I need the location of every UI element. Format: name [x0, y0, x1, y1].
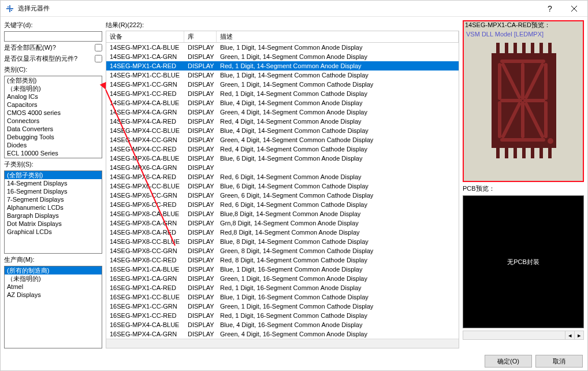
grid-header[interactable]: 设备 库 描述 [106, 31, 459, 43]
cell-description: Green, 4 Digit, 14-Segment Common Cathod… [217, 136, 459, 144]
list-item[interactable]: (全部子类别) [5, 171, 102, 179]
cell-device: 16SEG-MPX1-CC-RED [106, 311, 184, 320]
table-row[interactable]: 14SEG-MPX6-CC-REDDISPLAYRed, 6 Digit, 14… [106, 200, 459, 209]
cell-device: 14SEG-MPX4-CC-GRN [106, 136, 184, 144]
table-row[interactable]: 16SEG-MPX1-CA-GRNDISPLAYGreen, 1 Digit, … [106, 274, 459, 283]
cell-description: Blue, 4 Digit, 14-Segment Common Anode D… [217, 99, 459, 107]
list-item[interactable]: (全部类别) [5, 76, 102, 84]
table-row[interactable]: 14SEG-MPX6-CC-GRNDISPLAYGreen, 6 Digit, … [106, 191, 459, 200]
table-row[interactable]: 16SEG-MPX1-CC-BLUEDISPLAYBlue, 1 Digit, … [106, 292, 459, 302]
col-description[interactable]: 描述 [217, 31, 459, 42]
cell-device: 14SEG-MPX1-CC-RED [106, 90, 184, 98]
table-row[interactable]: 14SEG-MPX1-CC-REDDISPLAYRed, 1 Digit, 14… [106, 89, 459, 98]
table-row[interactable]: 14SEG-MPX6-CA-GRNDISPLAY [106, 163, 459, 172]
cell-library: DISPLAY [184, 274, 217, 283]
preview-scroll-right[interactable]: ▸ [574, 331, 583, 339]
table-row[interactable]: 14SEG-MPX6-CA-BLUEDISPLAYBlue, 6 Digit, … [106, 154, 459, 163]
list-item[interactable]: Alphanumeric LCDs [5, 203, 102, 212]
cell-description: Green, 8 Digit, 14-Segment Common Cathod… [217, 247, 459, 255]
preview-scroll-left[interactable]: ◂ [565, 331, 574, 339]
table-row[interactable]: 14SEG-MPX4-CA-BLUEDISPLAYBlue, 4 Digit, … [106, 98, 459, 107]
cell-description: Blue, 1 Digit, 14-Segment Common Cathode… [217, 71, 459, 79]
pcb-preview: 无PCB封装 [463, 195, 584, 328]
list-item[interactable]: Debugging Tools [5, 133, 102, 141]
table-row[interactable]: 14SEG-MPX8-CC-GRNDISPLAYGreen, 8 Digit, … [106, 246, 459, 255]
table-row[interactable]: 14SEG-MPX6-CA-REDDISPLAYRed, 6 Digit, 14… [106, 172, 459, 181]
list-item[interactable]: AZ Displays [5, 291, 102, 299]
table-row[interactable]: 14SEG-MPX8-CC-REDDISPLAYRed, 8 Digit, 14… [106, 255, 459, 265]
table-row[interactable]: 14SEG-MPX4-CA-GRNDISPLAYGreen, 4 Digit, … [106, 107, 459, 117]
list-item[interactable]: Electromechanical [5, 157, 102, 158]
cell-library: DISPLAY [184, 173, 217, 181]
table-row[interactable]: 16SEG-MPX1-CA-BLUEDISPLAYBlue, 1 Digit, … [106, 265, 459, 274]
cell-description: Red, 6 Digit, 14-Segment Common Cathode … [217, 201, 459, 209]
manufacturers-listbox[interactable]: (所有的制造商)（未指明的)AtmelAZ Displays [4, 266, 102, 348]
results-grid[interactable]: 设备 库 描述 14SEG-MPX1-CA-BLUEDISPLAYBlue, 1… [106, 31, 459, 348]
list-item[interactable]: ECL 10000 Series [5, 149, 102, 157]
list-item[interactable]: Analog ICs [5, 92, 102, 101]
table-row[interactable]: 14SEG-MPX8-CA-GRNDISPLAYGrn,8 Digit, 14-… [106, 218, 459, 228]
subcategories-listbox[interactable]: (全部子类别)14-Segment Displays16-Segment Dis… [4, 170, 102, 253]
table-row[interactable]: 14SEG-MPX1-CC-BLUEDISPLAYBlue, 1 Digit, … [106, 71, 459, 80]
list-item[interactable]: 14-Segment Displays [5, 179, 102, 187]
cancel-button[interactable]: 取消 [535, 355, 583, 368]
list-item[interactable]: CMOS 4000 series [5, 109, 102, 117]
list-item[interactable]: 7-Segment Displays [5, 195, 102, 203]
categories-listbox[interactable]: (全部类别)（未指明的)Analog ICsCapacitorsCMOS 400… [4, 76, 102, 158]
cell-description: Blue, 4 Digit, 16-Segment Common Anode D… [217, 321, 459, 329]
cell-device: 16SEG-MPX1-CA-GRN [106, 274, 184, 283]
list-item[interactable]: Graphical LCDs [5, 228, 102, 236]
col-library[interactable]: 库 [184, 31, 217, 42]
list-item[interactable]: Atmel [5, 283, 102, 291]
keyword-input[interactable] [4, 31, 102, 42]
cell-description: Green, 1 Digit, 16-Segment Common Anode … [217, 274, 459, 283]
table-row[interactable]: 14SEG-MPX8-CA-REDDISPLAYRed,8 Digit, 14-… [106, 228, 459, 237]
table-row[interactable]: 16SEG-MPX4-CA-BLUEDISPLAYBlue, 4 Digit, … [106, 320, 459, 329]
list-item[interactable]: Diodes [5, 141, 102, 149]
table-row[interactable]: 14SEG-MPX8-CC-BLUEDISPLAYBlue, 8 Digit, … [106, 237, 459, 246]
svg-rect-9 [513, 43, 517, 53]
list-item[interactable]: (所有的制造商) [5, 266, 102, 274]
table-row[interactable]: 14SEG-MPX1-CC-GRNDISPLAYGreen, 1 Digit, … [106, 80, 459, 89]
table-row[interactable]: 14SEG-MPX4-CA-REDDISPLAYRed, 4 Digit, 14… [106, 117, 459, 126]
list-item[interactable]: Connectors [5, 117, 102, 125]
list-item[interactable]: （未指明的) [5, 84, 102, 92]
ok-button[interactable]: 确定(O) [485, 355, 532, 368]
table-row[interactable]: 14SEG-MPX6-CC-BLUEDISPLAYBlue, 6 Digit, … [106, 181, 459, 191]
list-item[interactable]: Bargraph Displays [5, 212, 102, 220]
svg-rect-1 [9, 5, 10, 12]
table-row[interactable]: 16SEG-MPX1-CC-REDDISPLAYRed, 1 Digit, 16… [106, 311, 459, 320]
svg-rect-10 [522, 43, 526, 53]
list-item[interactable]: Capacitors [5, 101, 102, 109]
cell-library: DISPLAY [184, 108, 217, 116]
cell-library: DISPLAY [184, 247, 217, 255]
table-row[interactable]: 14SEG-MPX1-CA-REDDISPLAYRed, 1 Digit, 14… [106, 61, 459, 71]
table-row[interactable]: 14SEG-MPX1-CA-GRNDISPLAYGreen, 1 Digit, … [106, 52, 459, 61]
cell-description: Green, 1 Digit, 16-Segment Common Cathod… [217, 302, 459, 310]
cell-device: 14SEG-MPX8-CC-BLUE [106, 238, 184, 246]
col-device[interactable]: 设备 [106, 31, 184, 42]
horizontal-scrollbar[interactable] [106, 339, 459, 348]
table-row[interactable]: 16SEG-MPX1-CC-GRNDISPLAYGreen, 1 Digit, … [106, 302, 459, 311]
cell-library: DISPLAY [184, 80, 217, 88]
table-row[interactable]: 16SEG-MPX1-CA-REDDISPLAYRed, 1 Digit, 16… [106, 283, 459, 292]
table-row[interactable]: 14SEG-MPX1-CA-BLUEDISPLAYBlue, 1 Digit, … [106, 43, 459, 52]
match-whole-checkbox[interactable] [95, 44, 102, 51]
list-item[interactable]: Dot Matrix Displays [5, 220, 102, 228]
cell-library: DISPLAY [184, 53, 217, 61]
table-row[interactable]: 14SEG-MPX8-CA-BLUEDISPLAYBlue,8 Digit, 1… [106, 209, 459, 218]
table-row[interactable]: 16SEG-MPX4-CA-GRNDISPLAYGreen, 4 Digit, … [106, 329, 459, 339]
categories-label: 类别(C): [4, 65, 102, 75]
table-row[interactable]: 14SEG-MPX4-CC-REDDISPLAYRed, 4 Digit, 14… [106, 144, 459, 154]
list-item[interactable]: （未指明的) [5, 274, 102, 283]
list-item[interactable]: 16-Segment Displays [5, 187, 102, 195]
close-button[interactable] [562, 1, 586, 16]
table-row[interactable]: 14SEG-MPX4-CC-BLUEDISPLAYBlue, 4 Digit, … [106, 126, 459, 135]
list-item[interactable]: Data Converters [5, 125, 102, 133]
svg-rect-20 [548, 148, 552, 158]
cell-description: Blue, 1 Digit, 16-Segment Common Cathode… [217, 293, 459, 301]
only-models-checkbox[interactable] [95, 55, 102, 62]
cell-library: DISPLAY [184, 228, 217, 236]
help-button[interactable]: ? [538, 1, 562, 16]
table-row[interactable]: 14SEG-MPX4-CC-GRNDISPLAYGreen, 4 Digit, … [106, 135, 459, 144]
